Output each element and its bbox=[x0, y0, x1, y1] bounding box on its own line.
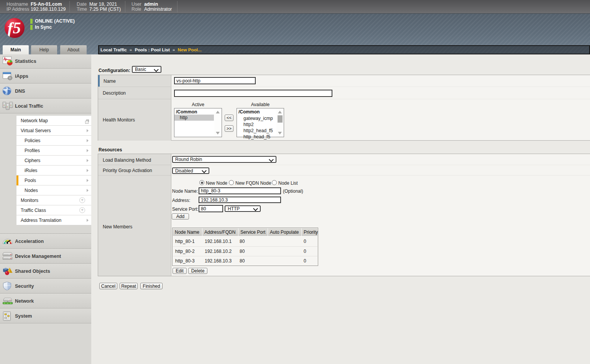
svg-text:f5: f5 bbox=[8, 19, 21, 37]
